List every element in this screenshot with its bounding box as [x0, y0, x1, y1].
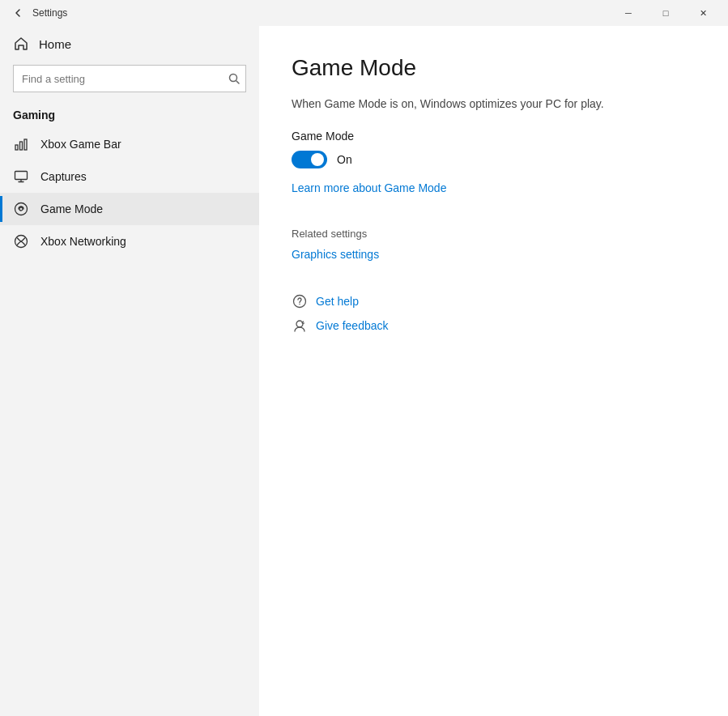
give-feedback-row[interactable]: Give feedback [292, 318, 696, 334]
svg-rect-2 [20, 142, 23, 150]
svg-point-10 [296, 321, 303, 327]
search-box [13, 65, 246, 92]
minimize-button[interactable]: ─ [610, 0, 647, 26]
game-mode-toggle[interactable] [292, 151, 327, 168]
get-help-row[interactable]: Get help [292, 293, 696, 309]
app-body: Home Gaming Xbox Game Bar [0, 26, 728, 716]
get-help-link[interactable]: Get help [316, 295, 359, 308]
maximize-button[interactable]: □ [647, 0, 684, 26]
back-button[interactable] [6, 2, 29, 24]
home-icon [13, 36, 29, 52]
svg-rect-3 [24, 139, 27, 150]
description-text: When Game Mode is on, Windows optimizes … [292, 97, 696, 110]
svg-rect-1 [15, 145, 18, 150]
xbox-icon [13, 233, 29, 249]
related-settings-label: Related settings [292, 228, 696, 240]
svg-point-6 [19, 207, 23, 211]
svg-point-0 [230, 75, 237, 82]
sidebar-item-label-xbox-game-bar: Xbox Game Bar [40, 138, 121, 151]
bar-chart-icon [13, 136, 29, 152]
sidebar-item-captures[interactable]: Captures [0, 160, 259, 193]
graphics-settings-link[interactable]: Graphics settings [292, 248, 696, 261]
page-title: Game Mode [292, 55, 696, 81]
help-section: Get help Give feedback [292, 293, 696, 334]
close-button[interactable]: ✕ [684, 0, 722, 26]
search-icon [228, 73, 240, 84]
sidebar-item-xbox-game-bar[interactable]: Xbox Game Bar [0, 128, 259, 160]
give-feedback-icon [292, 318, 308, 334]
get-help-icon [292, 293, 308, 309]
title-bar: Settings ─ □ ✕ [0, 0, 728, 26]
search-input[interactable] [13, 65, 246, 92]
window-controls: ─ □ ✕ [610, 0, 722, 26]
learn-more-link[interactable]: Learn more about Game Mode [292, 181, 446, 194]
svg-rect-4 [15, 172, 28, 180]
svg-point-9 [299, 304, 300, 305]
sidebar-item-xbox-networking[interactable]: Xbox Networking [0, 225, 259, 258]
monitor-icon [13, 168, 29, 185]
sidebar: Home Gaming Xbox Game Bar [0, 26, 259, 716]
sidebar-item-label-game-mode: Game Mode [40, 202, 103, 215]
sidebar-item-game-mode[interactable]: Game Mode [0, 193, 259, 225]
sidebar-item-home[interactable]: Home [0, 26, 259, 62]
game-mode-setting-label: Game Mode [292, 130, 696, 143]
title-bar-text: Settings [32, 7, 67, 19]
section-label: Gaming [0, 102, 259, 128]
toggle-state-label: On [337, 153, 352, 166]
give-feedback-link[interactable]: Give feedback [316, 319, 389, 332]
game-mode-toggle-row: On [292, 151, 696, 168]
sidebar-item-label-xbox-networking: Xbox Networking [40, 235, 126, 248]
sidebar-item-label-captures: Captures [40, 170, 87, 183]
home-label: Home [39, 37, 71, 51]
toggle-knob [311, 153, 324, 166]
svg-point-5 [15, 203, 28, 215]
main-panel: Game Mode When Game Mode is on, Windows … [259, 26, 728, 716]
game-mode-icon [13, 201, 29, 217]
